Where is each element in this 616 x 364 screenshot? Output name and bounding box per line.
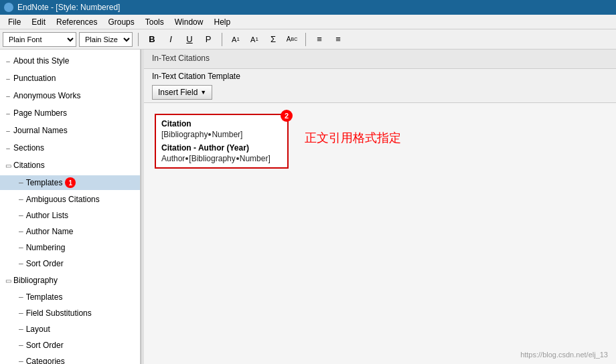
app-icon: [4, 3, 13, 12]
sidebar-item-about[interactable]: – About this Style: [0, 52, 140, 70]
sidebar-item-sortorder[interactable]: – Sort Order: [0, 256, 140, 272]
sidebar-label-bibliography: Bibliography: [13, 276, 58, 285]
dash-authorname: –: [19, 227, 23, 236]
sigma-button[interactable]: Σ: [265, 32, 281, 47]
sidebar-item-templates[interactable]: – Templates 1: [0, 174, 140, 191]
citation-badge: 2: [281, 110, 293, 122]
citation-label-2: Citation - Author (Year): [161, 143, 282, 153]
sidebar-item-ambiguous[interactable]: – Ambiguous Citations: [0, 191, 140, 207]
plain-button[interactable]: P: [200, 32, 216, 47]
sidebar-item-numbering[interactable]: – Numbering: [0, 240, 140, 256]
subscript-button[interactable]: A1: [246, 32, 262, 47]
insert-field-arrow: ▼: [200, 89, 206, 96]
expander-citations: ▭: [3, 160, 13, 171]
title-bar: EndNote - [Style: Numbered]: [0, 0, 616, 15]
sidebar-label-about: About this Style: [13, 56, 69, 66]
sidebar-label-sortorder: Sort Order: [26, 259, 64, 268]
sidebar-item-journalnames[interactable]: – Journal Names: [0, 122, 140, 139]
expander-punctuation: –: [3, 73, 13, 84]
dash-authorlists: –: [19, 211, 23, 220]
italic-button[interactable]: I: [163, 32, 179, 47]
sidebar-item-bibsortorder[interactable]: – Sort Order: [0, 337, 140, 353]
font-select[interactable]: Plain Font: [3, 32, 76, 47]
sidebar-item-categories[interactable]: – Categories: [0, 353, 140, 364]
dash-layout: –: [19, 325, 23, 334]
content-header: In-Text Citations: [144, 50, 616, 69]
sidebar-label-anonymous: Anonymous Works: [13, 91, 80, 100]
section-title: In-Text Citations: [152, 54, 608, 63]
citation-label-1: Citation: [161, 119, 282, 128]
sub-title: In-Text Citation Template: [152, 72, 608, 81]
toolbar: Plain Font Plain Size B I U P A1 A1 Σ AB…: [0, 29, 616, 50]
insert-field-label: Insert Field: [158, 88, 198, 97]
size-select[interactable]: Plain Size: [79, 32, 133, 47]
align-left-button[interactable]: ≡: [311, 32, 327, 47]
sidebar-item-anonymous[interactable]: – Anonymous Works: [0, 87, 140, 104]
sidebar-item-authorlists[interactable]: – Author Lists: [0, 207, 140, 223]
sidebar-item-authorname[interactable]: – Author Name: [0, 223, 140, 240]
sidebar-label-authorname: Author Name: [26, 227, 74, 236]
dash-bibsortorder: –: [19, 341, 23, 350]
sidebar-label-citations: Citations: [13, 161, 45, 170]
title-bar-label: EndNote - [Style: Numbered]: [17, 3, 120, 12]
sidebar-item-citations[interactable]: ▭ Citations: [0, 157, 140, 174]
main-layout: – About this Style – Punctuation – Anony…: [0, 50, 616, 364]
sidebar-label-fieldsub: Field Substitutions: [26, 308, 92, 318]
badge-templates: 1: [65, 177, 76, 188]
sidebar-item-sections[interactable]: – Sections: [0, 139, 140, 157]
sidebar-item-pagenumbers[interactable]: – Page Numbers: [0, 104, 140, 122]
citation-value-1: [BibliographyNumber]: [161, 130, 282, 139]
dash-numbering: –: [19, 243, 23, 252]
sidebar-label-numbering: Numbering: [26, 243, 66, 252]
sidebar-label-ambiguous: Ambiguous Citations: [26, 195, 100, 204]
menu-window[interactable]: Window: [169, 16, 209, 28]
toolbar-separator-3: [305, 33, 306, 46]
expander-about: –: [3, 56, 13, 66]
sidebar-label-authorlists: Author Lists: [26, 211, 68, 220]
bold-button[interactable]: B: [144, 32, 160, 47]
dash-fieldsub: –: [19, 308, 23, 318]
sidebar-label-punctuation: Punctuation: [13, 74, 56, 83]
superscript-button[interactable]: A1: [228, 32, 244, 47]
sidebar-label-journalnames: Journal Names: [13, 126, 68, 135]
dash-templates: –: [19, 178, 23, 187]
sidebar-item-layout[interactable]: – Layout: [0, 321, 140, 337]
content-sub-header: In-Text Citation Template Insert Field ▼: [144, 69, 616, 103]
expander-anonymous: –: [3, 90, 13, 101]
expander-pagenumbers: –: [3, 108, 13, 118]
menu-references[interactable]: References: [51, 16, 102, 28]
menu-help[interactable]: Help: [208, 16, 236, 28]
sidebar-label-categories: Categories: [26, 357, 65, 364]
menu-bar: File Edit References Groups Tools Window…: [0, 15, 616, 29]
toolbar-separator-1: [138, 33, 139, 46]
expander-bibliography: ▭: [3, 275, 13, 286]
citation-value-2: Author[BibliographyNumber]: [161, 154, 282, 163]
menu-file[interactable]: File: [3, 16, 26, 28]
abc-button[interactable]: ABC: [284, 32, 300, 47]
sidebar-label-layout: Layout: [26, 325, 50, 334]
sidebar-item-punctuation[interactable]: – Punctuation: [0, 70, 140, 87]
dash-sortorder: –: [19, 259, 23, 268]
underline-button[interactable]: U: [181, 32, 198, 47]
sidebar-item-fieldsub[interactable]: – Field Substitutions: [0, 305, 140, 321]
menu-groups[interactable]: Groups: [102, 16, 139, 28]
sidebar-label-pagenumbers: Page Numbers: [13, 108, 67, 118]
sidebar: – About this Style – Punctuation – Anony…: [0, 50, 141, 364]
insert-field-button[interactable]: Insert Field ▼: [152, 85, 212, 100]
sidebar-item-bibliography[interactable]: ▭ Bibliography: [0, 272, 140, 289]
content-area: In-Text Citations In-Text Citation Templ…: [144, 50, 616, 364]
menu-edit[interactable]: Edit: [26, 16, 51, 28]
menu-tools[interactable]: Tools: [140, 16, 169, 28]
expander-sections: –: [3, 143, 13, 153]
dash-bibtemplates: –: [19, 292, 23, 302]
sidebar-label-sections: Sections: [13, 143, 44, 153]
align-right-button[interactable]: ≡: [330, 32, 346, 47]
toolbar-separator-2: [222, 33, 222, 46]
sidebar-label-templates: Templates: [26, 178, 63, 187]
dash-categories: –: [19, 357, 23, 364]
sidebar-item-bibtemplates[interactable]: – Templates: [0, 289, 140, 305]
citation-box: 2 Citation [BibliographyNumber] Citation…: [155, 114, 289, 169]
watermark: https://blog.csdn.net/elj_13: [520, 351, 608, 359]
expander-journalnames: –: [3, 125, 13, 136]
sidebar-label-bibsortorder: Sort Order: [26, 341, 64, 350]
